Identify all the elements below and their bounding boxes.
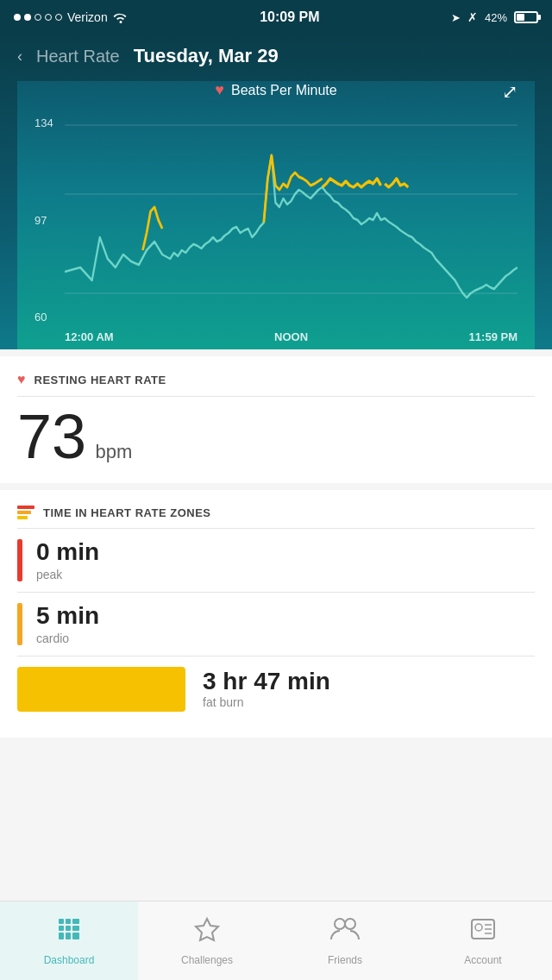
carrier-label: Verizon bbox=[67, 10, 108, 24]
resting-heart-rate-section: ♥ RESTING HEART RATE 73 bpm bbox=[0, 356, 552, 483]
y-label-bot: 60 bbox=[34, 311, 65, 324]
rhr-value-row: 73 bpm bbox=[17, 405, 535, 468]
chart-svg bbox=[65, 108, 518, 324]
battery-label: 42% bbox=[485, 11, 507, 24]
svg-point-16 bbox=[475, 924, 482, 931]
zone-cardio-content: 5 min cardio bbox=[36, 603, 99, 645]
status-left: Verizon bbox=[14, 10, 129, 24]
rhr-unit: bpm bbox=[96, 441, 133, 462]
header: ‹ Heart Rate Tuesday, Mar 29 ♥ Beats Per… bbox=[0, 35, 552, 349]
dot3 bbox=[34, 14, 41, 21]
back-button[interactable]: ‹ bbox=[17, 47, 22, 66]
zone-cardio-bar bbox=[17, 603, 22, 645]
zone-peak-value: 0 min bbox=[36, 539, 99, 566]
chart-container: ♥ Beats Per Minute ⤢ 134 97 60 bbox=[17, 81, 535, 349]
expand-button[interactable]: ⤢ bbox=[502, 81, 518, 104]
chart-area: 134 97 60 bbox=[34, 108, 518, 349]
tab-account-label: Account bbox=[464, 954, 501, 966]
svg-rect-10 bbox=[66, 933, 71, 939]
svg-rect-5 bbox=[72, 919, 79, 924]
friends-icon bbox=[329, 915, 361, 949]
svg-marker-12 bbox=[196, 919, 218, 940]
zone-peak-bar bbox=[17, 539, 22, 581]
zone-cardio-label: cardio bbox=[36, 631, 99, 645]
zone-peak-label: peak bbox=[36, 568, 99, 581]
rhr-title: RESTING HEART RATE bbox=[34, 374, 166, 386]
heart-rate-chart bbox=[65, 108, 518, 324]
zones-divider bbox=[17, 528, 535, 529]
rhr-value: 73 bbox=[17, 405, 86, 468]
cardio-divider bbox=[17, 656, 535, 656]
zone-item-fatburn: 3 hr 47 min fat burn bbox=[17, 667, 535, 712]
status-right: ➤ ✗ 42% bbox=[451, 10, 538, 24]
tab-friends-label: Friends bbox=[328, 954, 362, 966]
svg-rect-6 bbox=[59, 926, 64, 931]
tab-challenges[interactable]: Challenges bbox=[138, 901, 276, 980]
chart-legend-label: Beats Per Minute bbox=[231, 83, 337, 98]
tab-dashboard[interactable]: Dashboard bbox=[0, 901, 138, 980]
tab-dashboard-label: Dashboard bbox=[44, 954, 95, 966]
zone-fatburn-value: 3 hr 47 min bbox=[203, 669, 330, 695]
dot2 bbox=[24, 14, 31, 21]
zone-cardio-value: 5 min bbox=[36, 603, 99, 630]
x-label-end: 11:59 PM bbox=[469, 330, 518, 343]
zones-icon-bar-yellow bbox=[17, 516, 28, 519]
zones-title: TIME IN HEART RATE ZONES bbox=[43, 506, 210, 519]
svg-rect-7 bbox=[66, 926, 71, 931]
y-label-mid: 97 bbox=[34, 214, 65, 227]
account-icon bbox=[469, 915, 497, 949]
dashboard-icon bbox=[55, 915, 83, 949]
tab-friends[interactable]: Friends bbox=[276, 901, 414, 980]
zone-fatburn-label: fat burn bbox=[203, 695, 330, 709]
zones-header: TIME IN HEART RATE ZONES bbox=[17, 506, 535, 519]
y-label-top: 134 bbox=[34, 116, 65, 129]
svg-point-14 bbox=[345, 919, 355, 929]
dot4 bbox=[45, 14, 52, 21]
svg-point-13 bbox=[335, 919, 345, 929]
zones-icon bbox=[17, 506, 34, 519]
peak-divider bbox=[17, 592, 535, 593]
rhr-divider bbox=[17, 396, 535, 397]
svg-rect-8 bbox=[72, 926, 79, 931]
status-bar: Verizon 10:09 PM ➤ ✗ 42% bbox=[0, 0, 552, 35]
chart-legend: ♥ Beats Per Minute bbox=[34, 81, 518, 99]
time-label: 10:09 PM bbox=[260, 9, 319, 25]
heart-icon: ♥ bbox=[215, 81, 224, 99]
challenges-icon bbox=[193, 915, 221, 949]
zones-section: TIME IN HEART RATE ZONES 0 min peak 5 mi… bbox=[0, 490, 552, 738]
x-label-start: 12:00 AM bbox=[65, 330, 114, 343]
zones-icon-bar-orange bbox=[17, 511, 31, 514]
signal-dots bbox=[14, 14, 62, 21]
svg-rect-3 bbox=[59, 919, 64, 924]
location-icon: ➤ bbox=[451, 11, 461, 24]
wifi-icon bbox=[113, 11, 129, 23]
tab-account[interactable]: Account bbox=[414, 901, 552, 980]
header-title-row: ‹ Heart Rate Tuesday, Mar 29 bbox=[17, 45, 535, 67]
svg-rect-4 bbox=[66, 919, 71, 924]
zone-item-cardio: 5 min cardio bbox=[17, 603, 535, 645]
svg-rect-9 bbox=[59, 933, 64, 939]
page-subtitle: Heart Rate bbox=[36, 47, 120, 66]
zone-peak-content: 0 min peak bbox=[36, 539, 99, 581]
dot5 bbox=[55, 14, 62, 21]
chart-x-labels: 12:00 AM NOON 11:59 PM bbox=[65, 324, 518, 349]
zone-fatburn-bar bbox=[17, 667, 185, 712]
zone-item-peak: 0 min peak bbox=[17, 539, 535, 581]
zone-fatburn-content: 3 hr 47 min fat burn bbox=[203, 669, 330, 709]
chart-y-labels: 134 97 60 bbox=[34, 108, 65, 349]
rhr-header: ♥ RESTING HEART RATE bbox=[17, 372, 535, 387]
rhr-heart-icon: ♥ bbox=[17, 372, 26, 387]
svg-rect-11 bbox=[72, 933, 79, 939]
bluetooth-icon: ✗ bbox=[467, 10, 478, 24]
tab-challenges-label: Challenges bbox=[181, 954, 233, 966]
page-date: Tuesday, Mar 29 bbox=[134, 45, 279, 67]
dot1 bbox=[14, 14, 21, 21]
zones-icon-bar-red bbox=[17, 506, 34, 509]
battery-fill bbox=[517, 14, 524, 21]
tab-bar: Dashboard Challenges Friends bbox=[0, 901, 552, 980]
x-label-mid: NOON bbox=[274, 330, 308, 343]
battery-icon bbox=[514, 11, 538, 23]
